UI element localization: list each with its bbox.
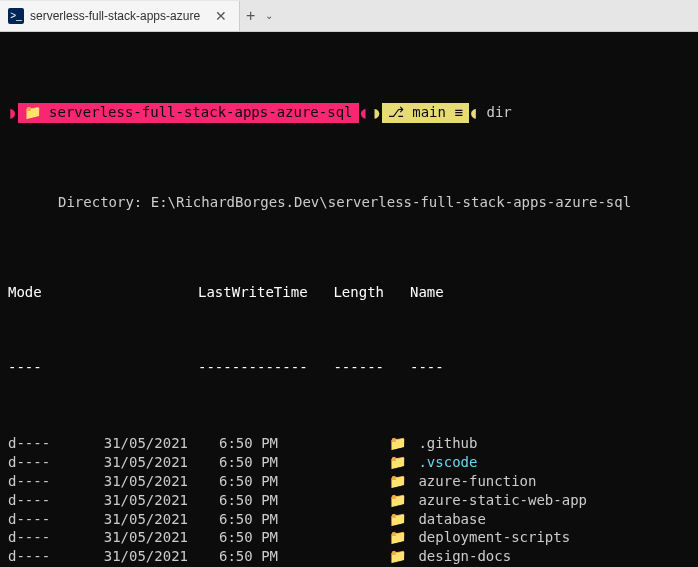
command-text: dir (486, 103, 511, 122)
file-name: .vscode (410, 453, 477, 472)
terminal-body[interactable]: ◗ 📁 serverless-full-stack-apps-azure-sql… (0, 32, 698, 567)
header-mode: Mode (8, 283, 88, 302)
header-name: Name (410, 283, 444, 302)
file-icon: 📁 (384, 434, 410, 453)
prompt-branch: main (412, 103, 446, 122)
prompt-line-1: ◗ 📁 serverless-full-stack-apps-azure-sql… (8, 103, 690, 123)
new-tab-button[interactable]: + (246, 7, 255, 25)
file-name: azure-static-web-app (410, 491, 587, 510)
file-icon: 📁 (384, 547, 410, 566)
listing-header: ModeLastWriteTimeLengthName (8, 283, 690, 302)
table-row: d----31/05/2021 6:50 PM📁 azure-function (8, 472, 690, 491)
directory-line: Directory: E:\RichardBorges.Dev\serverle… (8, 183, 690, 218)
file-icon: 📁 (384, 453, 410, 472)
terminal-tab[interactable]: >_ serverless-full-stack-apps-azure ✕ (0, 1, 240, 31)
close-tab-button[interactable]: ✕ (211, 8, 231, 24)
table-row: d----31/05/2021 6:50 PM📁 .vscode (8, 453, 690, 472)
powershell-icon: >_ (8, 8, 24, 24)
table-row: d----31/05/2021 6:50 PM📁 azure-static-we… (8, 491, 690, 510)
listing-rows: d----31/05/2021 6:50 PM📁 .githubd----31/… (8, 434, 690, 567)
file-name: deployment-scripts (410, 528, 570, 547)
branch-arrow-right: ◖ (469, 103, 479, 123)
file-name: .github (410, 434, 477, 453)
prompt-arrow-left: ◗ (8, 103, 18, 123)
table-row: d----31/05/2021 6:50 PM📁 design-docs (8, 547, 690, 566)
header-lastwritetime: LastWriteTime (188, 283, 278, 302)
file-name: azure-function (410, 472, 536, 491)
table-row: d----31/05/2021 6:50 PM📁 deployment-scri… (8, 528, 690, 547)
file-icon: 📁 (384, 491, 410, 510)
file-icon: 📁 (384, 510, 410, 529)
branch-segment: ⎇ main ≡ (382, 103, 469, 123)
prompt-path: serverless-full-stack-apps-azure-sql (49, 103, 352, 122)
prompt-arrow-right: ◖ (359, 103, 369, 123)
tab-title: serverless-full-stack-apps-azure (30, 9, 200, 23)
file-name: database (410, 510, 486, 529)
header-length: Length (278, 283, 384, 302)
table-row: d----31/05/2021 6:50 PM📁 .github (8, 434, 690, 453)
file-icon: 📁 (384, 528, 410, 547)
prompt-path-segment: 📁 serverless-full-stack-apps-azure-sql (18, 103, 359, 123)
tab-dropdown-button[interactable]: ⌄ (265, 10, 273, 21)
file-icon: 📁 (384, 472, 410, 491)
file-name: design-docs (410, 547, 511, 566)
table-row: d----31/05/2021 6:50 PM📁 database (8, 510, 690, 529)
listing-dashes: --------------------------- (8, 358, 690, 377)
titlebar: >_ serverless-full-stack-apps-azure ✕ + … (0, 0, 698, 32)
tab-controls: + ⌄ (240, 7, 279, 25)
branch-arrow-left: ◗ (372, 103, 382, 123)
